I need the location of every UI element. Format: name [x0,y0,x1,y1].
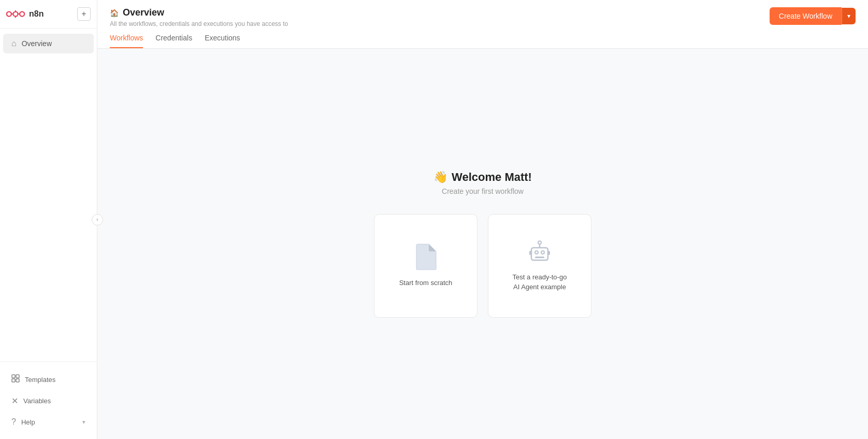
page-subtitle: All the workflows, credentials and execu… [110,20,288,27]
sidebar-item-label-templates: Templates [25,376,55,384]
sidebar-item-overview[interactable]: ⌂ Overview [3,34,94,53]
svg-point-2 [20,12,24,17]
tab-executions[interactable]: Executions [205,34,240,48]
header-left: 🏠 Overview All the workflows, credential… [110,7,288,48]
page-title: Overview [123,7,164,18]
collapse-icon: ‹ [96,217,98,222]
create-workflow-button[interactable]: Create Workflow [770,7,842,25]
logo-text: n8n [29,9,44,19]
svg-rect-10 [16,379,19,382]
help-icon: ? [11,417,16,427]
tab-workflows[interactable]: Workflows [110,34,143,48]
start-from-scratch-card[interactable]: Start from scratch [374,214,478,318]
main-area: 🏠 Overview All the workflows, credential… [97,0,868,439]
robot-icon [527,239,552,264]
sidebar-item-label-help: Help [21,418,35,426]
sidebar-item-help[interactable]: ? Help ▾ [3,412,94,432]
tab-credentials[interactable]: Credentials [155,34,192,48]
sidebar-item-label-variables: Variables [23,397,51,405]
logo-area: n8n [6,8,44,20]
dropdown-chevron-icon: ▾ [847,12,850,20]
sidebar-bottom: Templates ✕ Variables ? Help ▾ [0,361,97,439]
sidebar-collapse-button[interactable]: ‹ [92,214,103,225]
ai-agent-card[interactable]: Test a ready-to-go AI Agent example [488,214,591,318]
breadcrumb: 🏠 Overview [110,7,288,18]
scratch-card-label: Start from scratch [399,278,453,288]
ai-agent-card-label: Test a ready-to-go AI Agent example [513,273,567,291]
svg-rect-17 [529,251,531,255]
svg-rect-14 [535,257,544,258]
header-right: Create Workflow ▾ [770,7,856,31]
svg-rect-8 [16,375,19,378]
workflow-cards: Start from scratch [374,214,591,318]
svg-point-12 [535,251,538,254]
svg-rect-18 [548,251,550,255]
home-icon: ⌂ [11,39,17,48]
create-workflow-dropdown-button[interactable]: ▾ [842,8,856,24]
sidebar-item-label-overview: Overview [22,39,52,48]
sidebar: n8n + ⌂ Overview Templates ✕ Variables [0,0,97,439]
welcome-subtitle: Create your first workflow [442,187,524,195]
sidebar-header: n8n + [0,0,97,29]
svg-point-0 [7,12,11,17]
svg-rect-7 [12,375,15,378]
svg-point-16 [538,241,541,244]
add-workflow-button[interactable]: + [77,7,91,21]
svg-point-1 [13,12,18,17]
help-chevron-icon: ▾ [82,419,85,426]
svg-point-13 [541,251,544,254]
variables-icon: ✕ [11,396,18,406]
svg-rect-11 [531,248,548,260]
page-header: 🏠 Overview All the workflows, credential… [97,0,868,49]
tabs: Workflows Credentials Executions [110,34,288,48]
wave-emoji: 👋 [433,171,447,184]
sidebar-nav: ⌂ Overview [0,29,97,361]
file-icon [414,243,437,270]
svg-rect-9 [12,379,15,382]
n8n-logo-icon [6,8,25,20]
breadcrumb-home-icon[interactable]: 🏠 [110,9,119,17]
sidebar-item-variables[interactable]: ✕ Variables [3,391,94,411]
sidebar-item-templates[interactable]: Templates [3,369,94,390]
welcome-title: 👋 Welcome Matt! [433,171,532,184]
main-content: 👋 Welcome Matt! Create your first workfl… [97,49,868,439]
templates-icon [11,374,20,385]
